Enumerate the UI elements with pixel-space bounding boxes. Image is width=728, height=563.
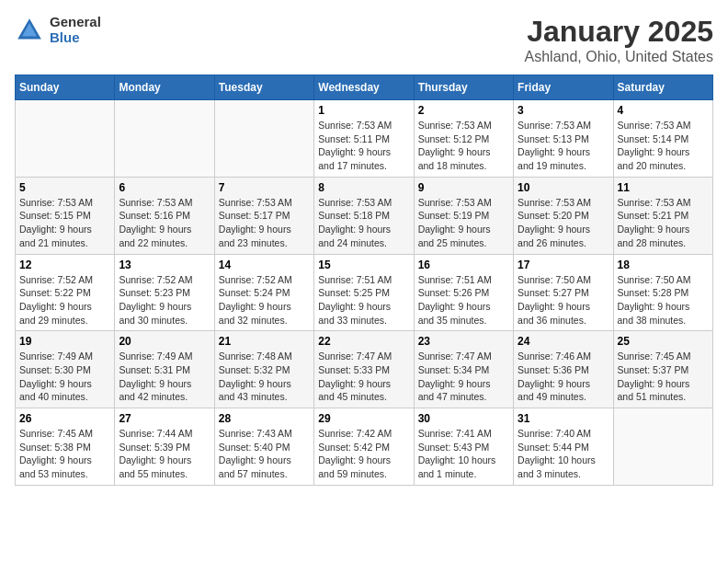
calendar-cell: 14Sunrise: 7:52 AM Sunset: 5:24 PM Dayli… <box>214 254 313 331</box>
calendar-table: SundayMondayTuesdayWednesdayThursdayFrid… <box>15 75 713 486</box>
calendar-cell: 12Sunrise: 7:52 AM Sunset: 5:22 PM Dayli… <box>16 254 115 331</box>
day-number: 10 <box>518 181 609 194</box>
calendar-cell: 17Sunrise: 7:50 AM Sunset: 5:27 PM Dayli… <box>514 254 613 331</box>
day-info: Sunrise: 7:51 AM Sunset: 5:26 PM Dayligh… <box>418 273 509 327</box>
generalblue-logo-icon <box>15 16 44 45</box>
calendar-cell: 13Sunrise: 7:52 AM Sunset: 5:23 PM Dayli… <box>115 254 214 331</box>
day-number: 8 <box>318 181 409 194</box>
day-number: 14 <box>219 259 310 271</box>
weekday-header-sunday: Sunday <box>16 75 115 100</box>
calendar-week-2: 12Sunrise: 7:52 AM Sunset: 5:22 PM Dayli… <box>16 254 713 331</box>
day-info: Sunrise: 7:52 AM Sunset: 5:23 PM Dayligh… <box>119 273 210 327</box>
day-number: 11 <box>618 181 709 194</box>
calendar-body: 1Sunrise: 7:53 AM Sunset: 5:11 PM Daylig… <box>16 100 713 486</box>
day-info: Sunrise: 7:53 AM Sunset: 5:17 PM Dayligh… <box>219 196 310 250</box>
day-info: Sunrise: 7:48 AM Sunset: 5:32 PM Dayligh… <box>219 350 310 404</box>
calendar-cell: 19Sunrise: 7:49 AM Sunset: 5:30 PM Dayli… <box>16 331 115 408</box>
calendar-cell: 22Sunrise: 7:47 AM Sunset: 5:33 PM Dayli… <box>314 331 414 408</box>
calendar-cell <box>115 100 214 178</box>
weekday-header-row: SundayMondayTuesdayWednesdayThursdayFrid… <box>16 75 713 100</box>
day-number: 15 <box>318 259 409 271</box>
weekday-header-friday: Friday <box>514 75 613 100</box>
calendar-cell: 26Sunrise: 7:45 AM Sunset: 5:38 PM Dayli… <box>16 408 115 486</box>
subtitle: Ashland, Ohio, United States <box>525 49 713 65</box>
logo-general: General <box>50 15 101 30</box>
day-number: 6 <box>119 181 210 194</box>
day-number: 26 <box>19 412 110 425</box>
day-number: 12 <box>19 259 110 271</box>
day-number: 24 <box>518 335 609 348</box>
day-number: 21 <box>219 335 310 348</box>
calendar-cell: 21Sunrise: 7:48 AM Sunset: 5:32 PM Dayli… <box>214 331 313 408</box>
day-info: Sunrise: 7:53 AM Sunset: 5:13 PM Dayligh… <box>518 119 609 173</box>
day-info: Sunrise: 7:53 AM Sunset: 5:16 PM Dayligh… <box>119 196 210 250</box>
calendar-cell: 6Sunrise: 7:53 AM Sunset: 5:16 PM Daylig… <box>115 177 214 254</box>
day-info: Sunrise: 7:45 AM Sunset: 5:37 PM Dayligh… <box>618 350 709 404</box>
day-info: Sunrise: 7:45 AM Sunset: 5:38 PM Dayligh… <box>19 427 110 481</box>
weekday-header-wednesday: Wednesday <box>314 75 414 100</box>
calendar-cell: 4Sunrise: 7:53 AM Sunset: 5:14 PM Daylig… <box>613 100 712 178</box>
calendar-cell: 25Sunrise: 7:45 AM Sunset: 5:37 PM Dayli… <box>613 331 712 408</box>
logo-blue: Blue <box>50 30 101 46</box>
day-info: Sunrise: 7:43 AM Sunset: 5:40 PM Dayligh… <box>219 427 310 481</box>
day-info: Sunrise: 7:53 AM Sunset: 5:19 PM Dayligh… <box>418 196 509 250</box>
day-info: Sunrise: 7:41 AM Sunset: 5:43 PM Dayligh… <box>418 427 509 481</box>
day-number: 16 <box>418 259 509 271</box>
day-info: Sunrise: 7:53 AM Sunset: 5:21 PM Dayligh… <box>618 196 709 250</box>
day-info: Sunrise: 7:53 AM Sunset: 5:11 PM Dayligh… <box>318 119 409 173</box>
calendar-cell: 3Sunrise: 7:53 AM Sunset: 5:13 PM Daylig… <box>514 100 613 178</box>
day-info: Sunrise: 7:49 AM Sunset: 5:30 PM Dayligh… <box>19 350 110 404</box>
title-block: January 2025 Ashland, Ohio, United State… <box>525 15 713 65</box>
day-number: 27 <box>119 412 210 425</box>
calendar-cell: 11Sunrise: 7:53 AM Sunset: 5:21 PM Dayli… <box>613 177 712 254</box>
day-info: Sunrise: 7:46 AM Sunset: 5:36 PM Dayligh… <box>518 350 609 404</box>
calendar-cell: 28Sunrise: 7:43 AM Sunset: 5:40 PM Dayli… <box>214 408 313 486</box>
day-number: 20 <box>119 335 210 348</box>
calendar-cell: 15Sunrise: 7:51 AM Sunset: 5:25 PM Dayli… <box>314 254 414 331</box>
calendar-cell <box>16 100 115 178</box>
weekday-header-saturday: Saturday <box>613 75 712 100</box>
day-info: Sunrise: 7:50 AM Sunset: 5:27 PM Dayligh… <box>518 273 609 327</box>
calendar-cell: 29Sunrise: 7:42 AM Sunset: 5:42 PM Dayli… <box>314 408 414 486</box>
day-info: Sunrise: 7:52 AM Sunset: 5:22 PM Dayligh… <box>19 273 110 327</box>
weekday-header-thursday: Thursday <box>414 75 513 100</box>
day-info: Sunrise: 7:51 AM Sunset: 5:25 PM Dayligh… <box>318 273 409 327</box>
calendar-cell: 16Sunrise: 7:51 AM Sunset: 5:26 PM Dayli… <box>414 254 513 331</box>
day-number: 2 <box>418 104 509 117</box>
logo: General Blue <box>15 15 101 45</box>
day-number: 1 <box>318 104 409 117</box>
day-number: 13 <box>119 259 210 271</box>
calendar-cell: 24Sunrise: 7:46 AM Sunset: 5:36 PM Dayli… <box>514 331 613 408</box>
day-number: 17 <box>518 259 609 271</box>
day-info: Sunrise: 7:47 AM Sunset: 5:34 PM Dayligh… <box>418 350 509 404</box>
calendar-cell: 23Sunrise: 7:47 AM Sunset: 5:34 PM Dayli… <box>414 331 513 408</box>
calendar-cell: 1Sunrise: 7:53 AM Sunset: 5:11 PM Daylig… <box>314 100 414 178</box>
calendar-week-0: 1Sunrise: 7:53 AM Sunset: 5:11 PM Daylig… <box>16 100 713 178</box>
calendar-cell: 7Sunrise: 7:53 AM Sunset: 5:17 PM Daylig… <box>214 177 313 254</box>
day-info: Sunrise: 7:53 AM Sunset: 5:18 PM Dayligh… <box>318 196 409 250</box>
day-info: Sunrise: 7:50 AM Sunset: 5:28 PM Dayligh… <box>618 273 709 327</box>
day-info: Sunrise: 7:44 AM Sunset: 5:39 PM Dayligh… <box>119 427 210 481</box>
calendar-cell <box>613 408 712 486</box>
day-number: 5 <box>19 181 110 194</box>
calendar-cell: 8Sunrise: 7:53 AM Sunset: 5:18 PM Daylig… <box>314 177 414 254</box>
calendar-cell: 31Sunrise: 7:40 AM Sunset: 5:44 PM Dayli… <box>514 408 613 486</box>
day-info: Sunrise: 7:53 AM Sunset: 5:15 PM Dayligh… <box>19 196 110 250</box>
day-number: 19 <box>19 335 110 348</box>
calendar-cell: 30Sunrise: 7:41 AM Sunset: 5:43 PM Dayli… <box>414 408 513 486</box>
calendar-cell: 18Sunrise: 7:50 AM Sunset: 5:28 PM Dayli… <box>613 254 712 331</box>
day-info: Sunrise: 7:40 AM Sunset: 5:44 PM Dayligh… <box>518 427 609 481</box>
calendar-cell: 27Sunrise: 7:44 AM Sunset: 5:39 PM Dayli… <box>115 408 214 486</box>
calendar-cell: 9Sunrise: 7:53 AM Sunset: 5:19 PM Daylig… <box>414 177 513 254</box>
main-title: January 2025 <box>525 15 713 49</box>
day-number: 28 <box>219 412 310 425</box>
calendar-cell <box>214 100 313 178</box>
calendar-cell: 20Sunrise: 7:49 AM Sunset: 5:31 PM Dayli… <box>115 331 214 408</box>
logo-text: General Blue <box>50 15 101 45</box>
day-number: 22 <box>318 335 409 348</box>
calendar-header: SundayMondayTuesdayWednesdayThursdayFrid… <box>16 75 713 100</box>
day-info: Sunrise: 7:53 AM Sunset: 5:20 PM Dayligh… <box>518 196 609 250</box>
calendar-cell: 10Sunrise: 7:53 AM Sunset: 5:20 PM Dayli… <box>514 177 613 254</box>
day-info: Sunrise: 7:53 AM Sunset: 5:14 PM Dayligh… <box>618 119 709 173</box>
day-number: 31 <box>518 412 609 425</box>
